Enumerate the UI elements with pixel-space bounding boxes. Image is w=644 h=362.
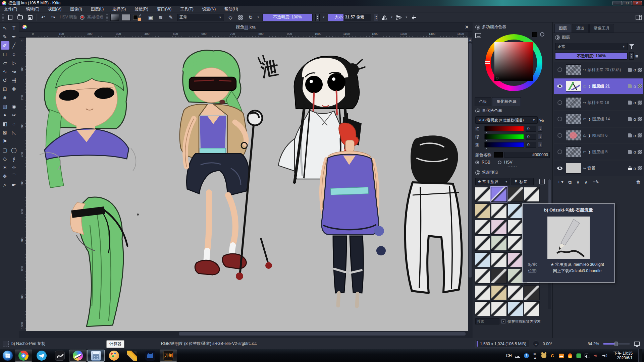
layer-visibility-toggle[interactable] bbox=[555, 167, 564, 170]
tool-reference-images[interactable]: ⚑ bbox=[1, 137, 9, 145]
channel-slider[interactable]: ▲ bbox=[484, 134, 524, 139]
minimize-button[interactable]: — bbox=[612, 1, 622, 5]
inherit-alpha-icon[interactable] bbox=[638, 84, 642, 88]
tool-freehand-path[interactable]: ↝ bbox=[10, 67, 18, 76]
edit-brush-settings-icon[interactable]: ≋ bbox=[157, 14, 164, 21]
open-document-icon[interactable] bbox=[16, 14, 24, 21]
tab-recorder[interactable]: 录像工具 bbox=[589, 24, 614, 33]
color-history-icon[interactable] bbox=[540, 32, 544, 37]
selector-settings-icon[interactable] bbox=[475, 33, 481, 38]
opacity-spinner[interactable]: ▲▼ bbox=[315, 14, 320, 21]
show-desktop-button[interactable] bbox=[638, 349, 642, 362]
inherit-alpha-icon[interactable] bbox=[638, 166, 642, 170]
menu-item-4[interactable]: 图层(L) bbox=[91, 6, 104, 12]
tray-keyboard-icon[interactable] bbox=[515, 353, 521, 359]
color-hex-field[interactable]: #000000 bbox=[504, 152, 550, 158]
horizontal-scroll-thumb[interactable] bbox=[179, 332, 466, 336]
tag-button[interactable]: 🖈 标签 bbox=[512, 178, 534, 185]
tool-freehand-select[interactable]: ∮ bbox=[10, 155, 18, 163]
gaussian-blur-action[interactable]: 高斯模糊 bbox=[87, 14, 103, 20]
eraser-mode-icon[interactable]: ◇ bbox=[227, 14, 234, 21]
layer-unlocked-icon[interactable] bbox=[628, 117, 632, 121]
taskbar-clock[interactable]: 下午 10:35 2023/6/1 bbox=[611, 351, 635, 360]
tool-calligraphy[interactable]: ✒ bbox=[10, 33, 18, 41]
docker-lock-icon[interactable] bbox=[475, 170, 480, 175]
hsv-radio[interactable] bbox=[498, 161, 501, 164]
tool-smart-patch[interactable]: ✂ bbox=[10, 111, 18, 119]
layer-options-icon[interactable]: ≡ bbox=[635, 53, 638, 59]
docker-lock-icon[interactable] bbox=[555, 35, 560, 40]
alpha-lock-icon[interactable]: α bbox=[634, 133, 636, 138]
tool-ellipse-select[interactable]: ◯ bbox=[10, 146, 18, 154]
presets-size-icon[interactable]: ⋮ bbox=[539, 179, 545, 184]
taskbar-app-pencil-app[interactable] bbox=[123, 350, 141, 362]
tab-specific-color-selector[interactable]: 量化拾色器 bbox=[492, 97, 521, 106]
scroll-up-icon[interactable]: ▲ bbox=[468, 38, 472, 42]
tool-ellipse[interactable]: ○ bbox=[10, 50, 18, 58]
brush-preset-thumbnail[interactable] bbox=[475, 301, 490, 316]
channel-spinner[interactable]: ▲▼ bbox=[538, 142, 542, 148]
tool-magnetic-select[interactable]: ⌒ bbox=[10, 172, 18, 180]
alpha-lock-icon[interactable]: α bbox=[634, 100, 636, 105]
hue-ring[interactable] bbox=[485, 34, 542, 91]
menu-item-6[interactable]: 滤镜(R) bbox=[135, 6, 148, 12]
tool-fill[interactable]: ◧ bbox=[1, 120, 9, 128]
brush-preset-thumbnail[interactable] bbox=[491, 187, 507, 202]
brush-preset-thumbnail[interactable] bbox=[475, 203, 490, 218]
tool-crop[interactable]: # bbox=[1, 94, 9, 102]
duplicate-layer-icon[interactable]: ⧉ bbox=[568, 179, 572, 185]
brush-preset-thumbnail[interactable] bbox=[507, 187, 523, 202]
layer-visibility-toggle[interactable] bbox=[555, 67, 564, 72]
tray-hidden-icons-icon[interactable]: ⧉▲ bbox=[532, 353, 538, 359]
menu-item-3[interactable]: 图像(I) bbox=[70, 6, 82, 12]
layer-opacity-slider[interactable]: 不透明度: 100% bbox=[555, 52, 628, 60]
tray-guard-app-icon[interactable] bbox=[576, 353, 582, 359]
rgb-radio[interactable] bbox=[475, 161, 479, 164]
undo-icon[interactable]: ↶ bbox=[40, 14, 47, 21]
wrap-around-icon[interactable] bbox=[411, 14, 417, 21]
tool-transform[interactable]: ⊡ bbox=[1, 85, 9, 93]
brush-preset-thumbnail[interactable] bbox=[491, 269, 507, 284]
tool-edit-shapes[interactable]: ✎ bbox=[1, 33, 9, 41]
tray-network-icon[interactable] bbox=[585, 353, 590, 359]
brush-preset-thumbnail[interactable] bbox=[507, 269, 523, 284]
layer-row[interactable]: ↪颜料图层 20 (粘贴)α bbox=[554, 62, 643, 77]
document-tab-title[interactable]: 摸鱼jjjj.kra bbox=[19, 24, 472, 30]
dropdown-arrow-icon[interactable]: ▼ bbox=[390, 16, 393, 19]
menu-item-2[interactable]: 视图(V) bbox=[48, 6, 61, 12]
layer-visibility-toggle[interactable] bbox=[555, 84, 564, 88]
menu-item-8[interactable]: 工具(T) bbox=[180, 6, 193, 12]
layer-visibility-toggle[interactable] bbox=[555, 117, 564, 121]
tool-multibrush[interactable]: ⇶ bbox=[10, 76, 18, 84]
redo-icon[interactable]: ↷ bbox=[50, 14, 57, 21]
color-model-dropdown[interactable]: RGB/透明度 (8 位整数/通道)▼ bbox=[475, 116, 538, 124]
tool-dynamic-brush[interactable]: ↺ bbox=[1, 76, 9, 84]
vertical-scroll-thumb[interactable] bbox=[469, 43, 472, 278]
alpha-lock-icon[interactable]: α bbox=[634, 84, 636, 89]
menu-item-0[interactable]: 文件(F) bbox=[4, 6, 17, 12]
brush-preset-thumbnail[interactable] bbox=[475, 252, 490, 267]
tool-bezier-select[interactable]: ❖ bbox=[1, 172, 9, 180]
close-button[interactable]: ✕ bbox=[633, 1, 642, 5]
tab-layers[interactable]: 图层 bbox=[554, 24, 571, 33]
brush-size-slider[interactable]: 大小: 31.57 像素 bbox=[328, 14, 371, 21]
channel-spinner[interactable]: ▲▼ bbox=[538, 126, 542, 132]
brush-preset-thumbnail[interactable] bbox=[475, 285, 490, 300]
layer-lock-icon[interactable] bbox=[628, 168, 632, 170]
docker-grip[interactable]: •••••• bbox=[473, 166, 552, 168]
workspace-chooser-icon[interactable] bbox=[635, 14, 642, 21]
menu-item-7[interactable]: 窗口(W) bbox=[157, 6, 171, 12]
layers-header[interactable]: 图层 bbox=[553, 33, 644, 42]
layer-filter-icon[interactable] bbox=[629, 44, 634, 49]
tool-select-shapes[interactable]: ↖ bbox=[1, 24, 9, 32]
layer-row[interactable]: ↪背景α bbox=[554, 161, 643, 176]
brush-preset-thumbnail[interactable] bbox=[507, 301, 523, 316]
tray-flame-app-icon[interactable] bbox=[567, 353, 573, 359]
layer-row[interactable]: 🗀❯图层组 21α bbox=[554, 78, 643, 94]
brush-editor-icon[interactable]: ✎ bbox=[167, 14, 174, 21]
tab-palette[interactable]: 色板 bbox=[475, 97, 491, 106]
reload-preset-icon[interactable]: ↻ bbox=[247, 14, 254, 21]
tray-window-app-icon[interactable] bbox=[558, 353, 564, 359]
layer-row[interactable]: ↪颜料图层 18α bbox=[554, 95, 643, 110]
layer-visibility-toggle[interactable] bbox=[555, 133, 564, 138]
